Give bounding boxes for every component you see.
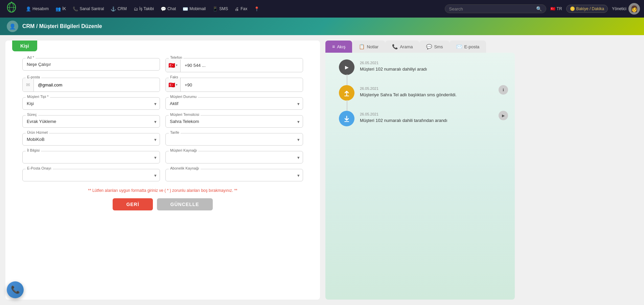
- musteri-kaynagi-select[interactable]: [165, 151, 303, 163]
- timeline-line-1: [347, 74, 347, 85]
- eposta-onayi-group: E-Posta Onayı: [22, 169, 160, 181]
- musteri-durumu-wrapper: Aktif Pasif: [165, 97, 303, 110]
- sms-send-icon[interactable]: [339, 85, 354, 101]
- tab-akis[interactable]: ≡ Akış: [325, 41, 352, 53]
- urun-hizmet-select[interactable]: MobiKoB: [22, 133, 160, 146]
- timeline-desc-1: Müşteri 102 numaralı dahiliyi aradı: [360, 66, 508, 72]
- faks-flag-selector[interactable]: 🇹🇷 ▾: [166, 78, 181, 92]
- timeline-item: ▶ 26.05.2021 Müşteri 102 numaralı dahili…: [339, 59, 508, 75]
- musteri-tipi-label: Müşteri Tipi *: [26, 95, 50, 99]
- musteri-tipi-group: Müşteri Tipi * Kişi Kurumsal: [22, 97, 160, 110]
- timeline-date-3: 26.05.2021: [360, 112, 493, 116]
- tr-flag-faks: 🇹🇷: [168, 82, 175, 88]
- telefon-input-wrapper: 🇹🇷 ▾: [165, 58, 303, 72]
- surec-group: Süreç Evrak Yükleme: [22, 115, 160, 128]
- nav-mobimail[interactable]: ✉️ Mobimail: [180, 4, 208, 14]
- abonelik-kaynagi-label: Abonelik Kaynağı: [169, 166, 201, 170]
- musteri-temsilcisi-label: Müşteri Temsilcisi: [169, 112, 201, 117]
- nav-sanal-santral[interactable]: 📞 Sanal Santral: [70, 4, 107, 14]
- nav-chat[interactable]: 💬 Chat: [158, 4, 179, 14]
- urun-hizmet-group: Ürün Hizmet MobiKoB: [22, 133, 160, 146]
- faks-label: Faks: [169, 75, 180, 79]
- notlar-icon: 📋: [359, 44, 365, 49]
- eposta-input-wrapper: ✉: [22, 78, 160, 92]
- flag-icon: 🇹🇷: [550, 6, 555, 11]
- telefon-label: Telefon: [169, 55, 183, 59]
- timeline-text-1: 26.05.2021 Müşteri 102 numaralı dahiliyi…: [360, 59, 508, 72]
- tab-arama[interactable]: 📞 Arama: [385, 41, 419, 53]
- il-bilgisi-label: İl Bilgisi: [26, 148, 41, 152]
- arama-icon: 📞: [392, 44, 398, 49]
- ik-icon: 👥: [55, 6, 61, 11]
- tab-eposta-icon: ✉️: [456, 44, 462, 49]
- tab-notlar[interactable]: 📋 Notlar: [352, 41, 385, 53]
- musteri-kaynagi-wrapper: [165, 151, 303, 163]
- telefon-flag-selector[interactable]: 🇹🇷 ▾: [166, 58, 181, 72]
- search-input[interactable]: [449, 6, 536, 11]
- play-icon[interactable]: ▶: [339, 59, 354, 75]
- tarife-select[interactable]: [165, 133, 303, 146]
- ad-input[interactable]: [22, 58, 160, 71]
- user-menu[interactable]: Yönetici 👩: [612, 3, 640, 15]
- logo[interactable]: [4, 1, 19, 16]
- il-bilgisi-wrapper: [22, 151, 160, 163]
- il-bilgisi-group: İl Bilgisi: [22, 151, 160, 163]
- form-actions: GERİ GÜNCELLE: [12, 198, 313, 210]
- surec-label: Süreç: [26, 112, 38, 117]
- page-title: CRM / Müşteri Bilgileri Düzenle: [22, 23, 102, 29]
- eposta-onayi-select[interactable]: [22, 169, 160, 181]
- abonelik-kaynagi-wrapper: [165, 169, 303, 181]
- nav-sms[interactable]: 📱 SMS: [210, 4, 231, 14]
- main-content: Kişi Ad * Telefon 🇹🇷 ▾: [0, 35, 644, 305]
- incoming-call-icon[interactable]: [339, 111, 354, 126]
- surec-wrapper: Evrak Yükleme: [22, 115, 160, 128]
- faks-field-group: Faks 🇹🇷 ▾: [165, 78, 303, 92]
- tab-sms[interactable]: 💬 Sms: [419, 41, 450, 53]
- urun-hizmet-label: Ürün Hizmet: [26, 130, 49, 134]
- abonelik-kaynagi-select[interactable]: [165, 169, 303, 181]
- musteri-tipi-wrapper: Kişi Kurumsal: [22, 97, 160, 110]
- nav-hesabim[interactable]: 👤 Hesabım: [23, 4, 51, 14]
- timeline-line-2: [347, 100, 347, 111]
- urun-hizmet-wrapper: MobiKoB: [22, 133, 160, 146]
- guncelle-button[interactable]: GÜNCELLE: [157, 198, 213, 210]
- balance-button[interactable]: 🪙 Bakiye / Dakika: [566, 5, 608, 13]
- eposta-field-group: E-posta ✉: [22, 78, 160, 92]
- faks-input[interactable]: [181, 79, 303, 91]
- musteri-durumu-label: Müşteri Durumu: [169, 95, 198, 99]
- telefon-input[interactable]: [181, 59, 303, 71]
- eposta-label: E-posta: [26, 75, 41, 79]
- location-icon: 📍: [254, 6, 259, 11]
- timeline-date-1: 26.05.2021: [360, 61, 508, 65]
- nav-fax[interactable]: 🖨 Fax: [232, 4, 250, 14]
- nav-ik[interactable]: 👥 İK: [53, 4, 69, 14]
- eposta-input[interactable]: [34, 79, 160, 91]
- info-icon[interactable]: ℹ: [499, 85, 508, 95]
- sms-icon: 📱: [212, 6, 218, 11]
- geri-button[interactable]: GERİ: [113, 198, 153, 210]
- tab-eposta[interactable]: ✉️ E-posta: [450, 41, 486, 53]
- language-selector[interactable]: 🇹🇷 TR: [548, 5, 565, 12]
- musteri-kaynagi-group: Müşteri Kaynağı: [165, 151, 303, 163]
- play-right-icon[interactable]: ▶: [499, 111, 508, 120]
- nav-location[interactable]: 📍: [251, 4, 262, 14]
- chat-icon: 💬: [161, 6, 166, 11]
- musteri-temsilcisi-wrapper: Sahra Telekom: [165, 115, 303, 128]
- top-navigation: 👤 Hesabım 👥 İK 📞 Sanal Santral ⚓ CRM 🗂 İ…: [0, 0, 644, 18]
- timeline: ▶ 26.05.2021 Müşteri 102 numaralı dahili…: [332, 59, 508, 126]
- coin-icon: 🪙: [570, 6, 575, 11]
- sanal-santral-icon: 📞: [73, 6, 78, 11]
- surec-select[interactable]: Evrak Yükleme: [22, 115, 160, 128]
- il-bilgisi-select[interactable]: [22, 151, 160, 163]
- musteri-tipi-select[interactable]: Kişi Kurumsal: [22, 97, 160, 110]
- svg-point-0: [4, 1, 19, 16]
- chevron-down-icon: ▾: [176, 63, 178, 67]
- timeline-content: ▶ 26.05.2021 Müşteri 102 numaralı dahili…: [325, 53, 515, 300]
- nav-is-takibi[interactable]: 🗂 İş Takibi: [131, 4, 157, 14]
- floating-call-button[interactable]: 📞: [7, 281, 24, 298]
- musteri-temsilcisi-select[interactable]: Sahra Telekom: [165, 115, 303, 128]
- musteri-durumu-select[interactable]: Aktif Pasif: [165, 97, 303, 110]
- mobimail-icon: ✉️: [183, 6, 188, 11]
- musteri-kaynagi-label: Müşteri Kaynağı: [169, 148, 198, 152]
- nav-crm[interactable]: ⚓ CRM: [108, 4, 129, 14]
